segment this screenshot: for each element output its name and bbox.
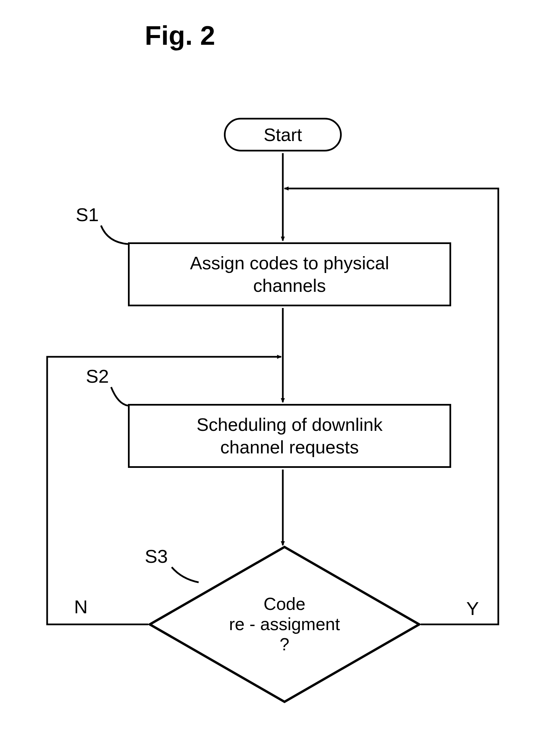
process-s1: Assign codes to physical channels [128, 242, 451, 306]
step-label-s3: S3 [145, 545, 168, 567]
decision-s3-text: Code re - assigment ? [229, 594, 340, 654]
branch-no-label: N [74, 596, 88, 618]
figure-title: Fig. 2 [145, 20, 215, 51]
process-s1-text: Assign codes to physical channels [190, 252, 389, 297]
step-label-s2: S2 [86, 365, 109, 387]
step-label-s1: S1 [76, 204, 99, 226]
flowchart-canvas: Fig. 2 Start Assign codes to physical ch… [0, 0, 536, 756]
start-node: Start [224, 118, 342, 151]
process-s2-text: Scheduling of downlink channel requests [197, 413, 382, 459]
start-label: Start [264, 124, 302, 145]
branch-yes-label: Y [466, 597, 479, 619]
decision-s3: Code re - assigment ? [148, 545, 421, 703]
process-s2: Scheduling of downlink channel requests [128, 404, 451, 468]
